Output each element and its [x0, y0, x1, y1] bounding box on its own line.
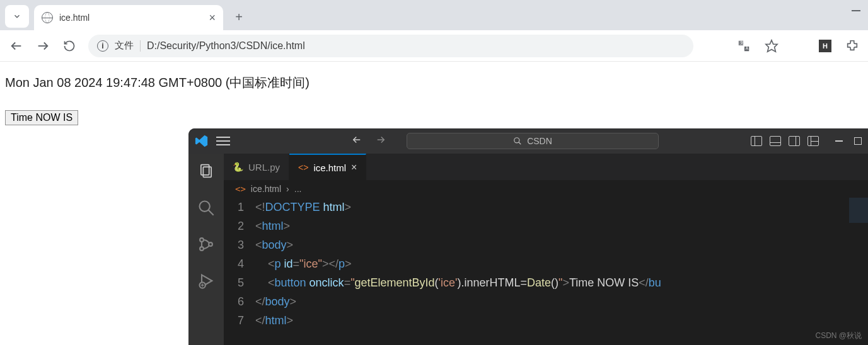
line-number: 5: [224, 273, 255, 292]
command-center-text: CSDN: [527, 136, 552, 146]
python-file-icon: 🐍: [233, 162, 243, 172]
svg-point-15: [209, 242, 212, 246]
svg-text:文: 文: [740, 40, 744, 45]
code-text[interactable]: </html>: [255, 311, 293, 330]
svg-point-14: [200, 247, 204, 251]
address-bar[interactable]: i 文件 D:/Security/Python3/CSDN/ice.html: [88, 35, 693, 57]
code-line[interactable]: 1<!DOCTYPE html>: [224, 198, 868, 217]
minimap[interactable]: [849, 198, 868, 223]
html-file-icon: <>: [298, 162, 308, 172]
layout-left-icon[interactable]: [751, 136, 762, 146]
code-text[interactable]: <html>: [255, 217, 290, 235]
window-minimize-button[interactable]: [835, 140, 843, 142]
tab-search-button[interactable]: [5, 5, 29, 28]
toolbar-right: 文A H: [737, 39, 859, 53]
line-number: 2: [224, 217, 255, 235]
back-button[interactable]: [9, 38, 24, 54]
code-line[interactable]: 6</body>: [224, 292, 868, 311]
code-line[interactable]: 7</html>: [224, 311, 868, 330]
tab-title: ice.html: [59, 13, 90, 23]
code-text[interactable]: <body>: [255, 235, 293, 254]
code-text[interactable]: <button onclick="getElementById('ice').i…: [255, 273, 661, 292]
layout-custom-icon[interactable]: [807, 136, 819, 146]
time-now-button[interactable]: Time NOW IS: [5, 110, 78, 125]
code-line[interactable]: 4 <p id="ice"></p>: [224, 254, 868, 273]
code-line[interactable]: 3<body>: [224, 235, 868, 254]
code-editor[interactable]: 1<!DOCTYPE html>2<html>3<body>4 <p id="i…: [224, 198, 868, 345]
vscode-window: CSDN 🐍 URL.py <>: [188, 128, 868, 345]
svg-text:A: A: [746, 46, 749, 50]
nav-back-icon[interactable]: [351, 134, 362, 148]
svg-rect-9: [201, 165, 209, 175]
forward-button[interactable]: [35, 38, 50, 54]
svg-point-7: [514, 138, 519, 143]
translate-icon[interactable]: 文A: [737, 39, 751, 53]
breadcrumb-sep: ›: [286, 184, 289, 194]
browser-toolbar: i 文件 D:/Security/Python3/CSDN/ice.html 文…: [0, 30, 868, 62]
run-debug-icon[interactable]: [197, 272, 215, 292]
vscode-titlebar: CSDN: [188, 128, 868, 154]
line-number: 1: [224, 198, 255, 217]
reload-button[interactable]: [62, 38, 77, 54]
extension-h-icon[interactable]: H: [819, 40, 831, 52]
code-text[interactable]: </body>: [255, 292, 296, 311]
vscode-nav: [351, 134, 386, 148]
svg-line-12: [209, 210, 214, 215]
new-tab-button[interactable]: +: [229, 8, 248, 26]
code-text[interactable]: <p id="ice"></p>: [255, 254, 351, 273]
bookmark-icon[interactable]: [765, 39, 778, 53]
vscode-logo-icon: [195, 134, 209, 148]
window-minimize-icon[interactable]: [852, 10, 860, 11]
svg-marker-4: [766, 40, 777, 51]
site-info-icon[interactable]: i: [97, 40, 108, 52]
window-maximize-button[interactable]: [854, 137, 862, 145]
line-number: 3: [224, 235, 255, 254]
editor-tab-close-button[interactable]: ×: [351, 162, 357, 173]
layout-right-icon[interactable]: [789, 136, 800, 146]
html-file-icon: <>: [235, 184, 246, 194]
breadcrumb[interactable]: <> ice.html › ...: [224, 180, 868, 198]
explorer-icon[interactable]: [197, 162, 215, 183]
code-line[interactable]: 2<html>: [224, 217, 868, 235]
layout-controls: [751, 136, 819, 146]
line-number: 6: [224, 292, 255, 311]
breadcrumb-file: ice.html: [251, 184, 281, 194]
source-control-icon[interactable]: [197, 235, 215, 256]
page-content: Mon Jan 08 2024 19:47:48 GMT+0800 (中国标准时…: [0, 62, 868, 138]
watermark-text: CSDN @秋说: [815, 331, 862, 341]
extensions-icon[interactable]: [845, 39, 859, 53]
svg-point-13: [200, 238, 204, 242]
editor-tab-label: ice.html: [313, 162, 346, 173]
url-text: D:/Security/Python3/CSDN/ice.html: [147, 40, 305, 52]
svg-point-11: [200, 201, 210, 212]
code-line[interactable]: 5 <button onclick="getElementById('ice')…: [224, 273, 868, 292]
command-center[interactable]: CSDN: [407, 133, 659, 149]
editor-tab-label: URL.py: [248, 162, 280, 172]
breadcrumb-more: ...: [294, 184, 302, 194]
line-number: 7: [224, 311, 255, 330]
layout-bottom-icon[interactable]: [770, 136, 781, 146]
nav-forward-icon[interactable]: [375, 134, 386, 148]
svg-line-8: [519, 142, 521, 145]
hamburger-menu-icon[interactable]: [216, 137, 230, 145]
code-text[interactable]: <!DOCTYPE html>: [255, 198, 351, 217]
editor-tab-icehtml[interactable]: <> ice.html ×: [289, 154, 366, 180]
browser-tab-active[interactable]: ice.html ×: [34, 5, 223, 30]
tab-close-button[interactable]: ×: [209, 12, 216, 23]
globe-icon: [42, 12, 53, 23]
svg-rect-10: [203, 167, 211, 177]
activity-bar: [188, 154, 224, 345]
url-scheme-label: 文件: [115, 40, 134, 52]
timestamp-text: Mon Jan 08 2024 19:47:48 GMT+0800 (中国标准时…: [5, 74, 863, 91]
line-number: 4: [224, 254, 255, 273]
editor-area: 🐍 URL.py <> ice.html × <> ice.html › ...…: [224, 154, 868, 345]
editor-tab-urlpy[interactable]: 🐍 URL.py: [224, 154, 289, 180]
search-icon[interactable]: [197, 199, 215, 219]
editor-tabs: 🐍 URL.py <> ice.html ×: [224, 154, 868, 180]
browser-tabstrip: ice.html × +: [0, 0, 868, 30]
